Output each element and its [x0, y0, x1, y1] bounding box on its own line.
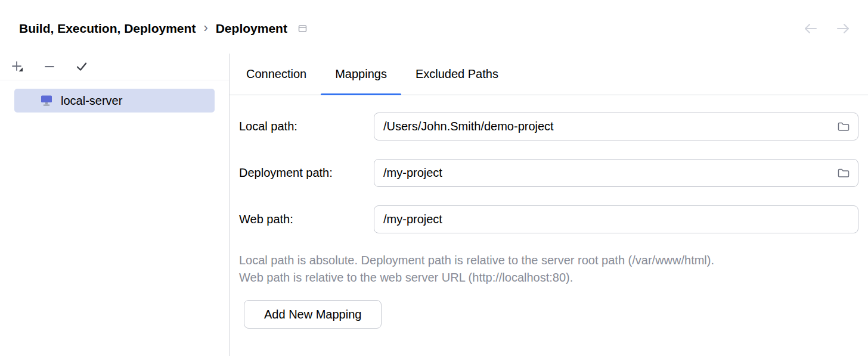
local-path-row: Local path:	[239, 113, 858, 140]
server-list-toolbar	[0, 54, 229, 80]
add-icon[interactable]	[8, 58, 26, 76]
content: local-server Connection Mappings Exclude…	[0, 54, 868, 356]
apply-check-icon[interactable]	[73, 58, 91, 76]
help-line-1: Local path is absolute. Deployment path …	[239, 252, 858, 269]
forward-arrow-icon[interactable]	[835, 20, 852, 38]
deployment-settings-panel: Connection Mappings Excluded Paths Local…	[230, 54, 868, 356]
mappings-help-text: Local path is absolute. Deployment path …	[239, 252, 858, 286]
remove-icon[interactable]	[41, 58, 58, 76]
tab-connection[interactable]: Connection	[232, 54, 321, 95]
deployment-path-row: Deployment path:	[239, 159, 858, 187]
breadcrumb-current[interactable]: Deployment	[216, 21, 287, 36]
breadcrumb: Build, Execution, Deployment › Deploymen…	[19, 21, 308, 36]
breadcrumb-root[interactable]: Build, Execution, Deployment	[19, 21, 196, 36]
web-path-label: Web path:	[239, 213, 374, 226]
server-tree: local-server	[0, 80, 229, 121]
local-path-label: Local path:	[239, 120, 374, 133]
help-line-2: Web path is relative to the web server U…	[239, 269, 858, 286]
server-icon	[39, 94, 54, 107]
deployment-path-input[interactable]	[374, 159, 858, 187]
web-path-row: Web path:	[239, 205, 858, 233]
server-list-panel: local-server	[0, 54, 230, 356]
history-nav	[801, 20, 852, 38]
web-path-input[interactable]	[374, 205, 858, 233]
tab-bar: Connection Mappings Excluded Paths	[230, 54, 868, 95]
deployment-path-browse-folder-icon[interactable]	[835, 164, 852, 182]
local-path-browse-folder-icon[interactable]	[835, 118, 852, 136]
dialog-icon[interactable]	[297, 24, 308, 33]
back-arrow-icon[interactable]	[801, 20, 819, 38]
settings-window: Build, Execution, Deployment › Deploymen…	[0, 0, 868, 356]
add-new-mapping-button[interactable]: Add New Mapping	[244, 300, 382, 329]
tab-mappings[interactable]: Mappings	[321, 54, 401, 95]
header: Build, Execution, Deployment › Deploymen…	[0, 0, 868, 54]
breadcrumb-separator-icon: ›	[203, 20, 207, 36]
mappings-form: Local path: Deployment path:	[230, 95, 868, 329]
deployment-path-label: Deployment path:	[239, 166, 374, 180]
tab-excluded-paths[interactable]: Excluded Paths	[401, 54, 513, 95]
local-path-input[interactable]	[374, 113, 858, 140]
server-tree-item-local-server[interactable]: local-server	[14, 89, 215, 113]
server-tree-item-label: local-server	[61, 94, 122, 108]
